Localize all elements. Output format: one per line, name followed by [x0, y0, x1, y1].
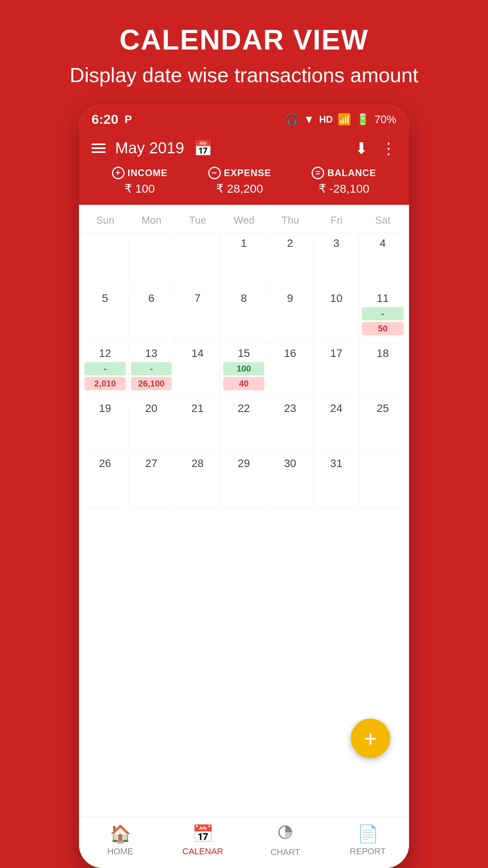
calendar-day-27[interactable]: 27 — [128, 453, 175, 508]
calendar-day-7[interactable]: 7 — [174, 288, 221, 343]
hamburger-button[interactable] — [92, 143, 106, 153]
nav-calendar-icon: 📅 — [192, 824, 214, 844]
expense-icon: − — [208, 167, 221, 179]
calendar-day-2[interactable]: 2 — [267, 233, 314, 288]
calendar-day-4[interactable]: 4 — [360, 233, 406, 288]
date-number: 14 — [177, 347, 218, 360]
calendar-day-10[interactable]: 10 — [314, 288, 360, 343]
calendar-day-9[interactable]: 9 — [267, 288, 314, 343]
calendar-icon[interactable]: 📅 — [194, 140, 212, 157]
chart-icon — [277, 824, 294, 845]
date-number: 2 — [270, 237, 311, 250]
nav-home[interactable]: 🏠 HOME — [79, 824, 161, 859]
calendar-day-21[interactable]: 21 — [174, 398, 221, 453]
header-left: May 2019 📅 — [92, 139, 212, 157]
calendar-day-16[interactable]: 16 — [267, 343, 314, 398]
expense-badge: 50 — [362, 322, 404, 335]
weekday-fri: Fri — [314, 211, 360, 230]
expense-label: EXPENSE — [224, 167, 271, 178]
calendar-day-13[interactable]: 13-26,100 — [128, 343, 175, 398]
calendar-weekdays: Sun Mon Tue Wed Thu Fri Sat — [79, 205, 409, 233]
page-header: CALENDAR VIEW Display date wise transact… — [0, 0, 488, 105]
calendar-day-20[interactable]: 20 — [128, 398, 175, 453]
calendar-day-14[interactable]: 14 — [174, 343, 221, 398]
weekday-sat: Sat — [360, 211, 406, 230]
weekday-mon: Mon — [128, 211, 175, 230]
download-button[interactable]: ⬇ — [355, 139, 368, 157]
status-icons: 🎧 ▼ HD 📶 🔋 70% — [285, 113, 396, 126]
date-number: 20 — [131, 402, 172, 415]
income-icon: + — [112, 167, 125, 179]
expense-summary: − EXPENSE ₹ 28,200 — [208, 167, 271, 195]
balance-icon: = — [312, 167, 324, 179]
calendar-day-30[interactable]: 30 — [267, 453, 314, 508]
calendar-day-12[interactable]: 12-2,010 — [82, 343, 128, 398]
income-badge: 100 — [223, 362, 264, 375]
calendar-day-15[interactable]: 1510040 — [221, 343, 267, 398]
date-number: 16 — [270, 347, 311, 360]
status-bar: 6:20 P 🎧 ▼ HD 📶 🔋 70% — [79, 105, 409, 133]
nav-report[interactable]: 📄 REPORT — [327, 824, 409, 859]
nav-calendar[interactable]: 📅 CALENAR — [161, 824, 244, 859]
date-number: 18 — [362, 347, 404, 360]
app-header: May 2019 📅 ⬇ ⋮ + INCOME ₹ 100 − EXPENSE — [79, 133, 409, 205]
calendar-day-17[interactable]: 17 — [314, 343, 360, 398]
battery-icon: 🔋 — [356, 113, 370, 126]
nav-chart[interactable]: CHART — [244, 824, 327, 859]
date-number: 29 — [223, 457, 264, 470]
income-badge: - — [84, 362, 126, 375]
nav-chart-label: CHART — [270, 847, 300, 857]
date-number: 21 — [177, 402, 218, 415]
signal-icon: 📶 — [338, 113, 351, 126]
calendar-day-19[interactable]: 19 — [82, 398, 128, 453]
date-number: 23 — [270, 402, 311, 415]
date-number: 7 — [177, 292, 218, 305]
date-number: 27 — [131, 457, 172, 470]
more-button[interactable]: ⋮ — [381, 139, 396, 157]
expense-badge: 40 — [223, 377, 264, 390]
calendar-day-8[interactable]: 8 — [221, 288, 267, 343]
date-number: 12 — [84, 347, 126, 360]
date-number: 31 — [316, 457, 357, 470]
calendar-day-1[interactable]: 1 — [221, 233, 267, 288]
balance-label: BALANCE — [327, 167, 376, 178]
weekday-sun: Sun — [82, 211, 128, 230]
date-number: 13 — [131, 347, 172, 360]
income-label: INCOME — [128, 167, 168, 178]
weekday-wed: Wed — [221, 211, 267, 230]
date-number: 4 — [362, 237, 404, 250]
income-value: ₹ 100 — [112, 182, 168, 195]
calendar-day-22[interactable]: 22 — [221, 398, 267, 453]
status-time: 6:20 — [92, 112, 118, 127]
nav-report-label: REPORT — [350, 846, 385, 857]
battery-percent: 70% — [374, 113, 396, 126]
month-label: May 2019 — [115, 139, 184, 157]
calendar-day-29[interactable]: 29 — [221, 453, 267, 508]
date-number: 24 — [316, 402, 357, 415]
nav-home-label: HOME — [107, 846, 133, 857]
balance-summary: = BALANCE ₹ -28,100 — [312, 167, 376, 195]
calendar-day-18[interactable]: 18 — [360, 343, 406, 398]
calendar-day-3[interactable]: 3 — [314, 233, 360, 288]
calendar-day-31[interactable]: 31 — [314, 453, 360, 508]
calendar-day-24[interactable]: 24 — [314, 398, 360, 453]
expense-badge: 26,100 — [131, 377, 172, 390]
summary-row: + INCOME ₹ 100 − EXPENSE ₹ 28,200 = BALA… — [92, 165, 396, 197]
calendar-day-5[interactable]: 5 — [82, 288, 128, 343]
date-number: 15 — [223, 347, 264, 360]
date-number: 26 — [84, 457, 126, 470]
calendar-day-25[interactable]: 25 — [360, 398, 406, 453]
fab-button[interactable]: + — [351, 719, 390, 758]
balance-value: ₹ -28,100 — [312, 182, 376, 195]
calendar-day-23[interactable]: 23 — [267, 398, 314, 453]
income-badge: - — [362, 307, 404, 320]
phone-frame: 6:20 P 🎧 ▼ HD 📶 🔋 70% May 2019 📅 ⬇ ⋮ — [79, 105, 409, 868]
calendar-day-11[interactable]: 11-50 — [360, 288, 406, 343]
calendar-day-28[interactable]: 28 — [174, 453, 221, 508]
bottom-nav: 🏠 HOME 📅 CALENAR CHART 📄 REPORT — [79, 817, 409, 868]
status-app-icon: P — [125, 113, 132, 126]
expense-badge: 2,010 — [84, 377, 126, 390]
calendar-day-6[interactable]: 6 — [128, 288, 175, 343]
calendar-day-26[interactable]: 26 — [82, 453, 128, 508]
income-summary: + INCOME ₹ 100 — [112, 167, 168, 195]
